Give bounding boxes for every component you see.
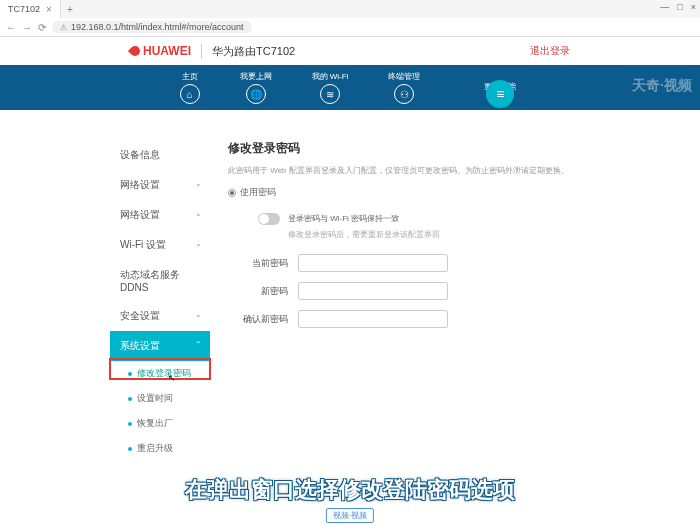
sidebar: 设备信息 网络设置⌄ 网络设置⌄ Wi-Fi 设置⌄ 动态域名服务 DDNS 安…: [110, 140, 210, 461]
model-name: 华为路由TC7102: [201, 44, 295, 59]
new-password-input[interactable]: [298, 282, 448, 300]
toggle-label: 登录密码与 Wi-Fi 密码保持一致: [288, 213, 399, 224]
logout-link[interactable]: 退出登录: [530, 44, 570, 58]
main-nav: 主页 ⌂ 我要上网 🌐 我的 Wi-Fi ≋ 终端管理 ⚇ 更多功能 ≡ 天奇·…: [0, 65, 700, 110]
watermark: 天奇·视频: [632, 77, 692, 95]
bullet-icon: [128, 422, 132, 426]
sidebar-item-ddns[interactable]: 动态域名服务 DDNS: [110, 260, 210, 301]
sidebar-item-network[interactable]: 网络设置⌄: [110, 170, 210, 200]
close-window-button[interactable]: ×: [691, 2, 696, 12]
globe-icon: 🌐: [246, 84, 266, 104]
bullet-icon: [128, 397, 132, 401]
nav-label: 主页: [182, 71, 198, 82]
browser-tab[interactable]: TC7102 ×: [0, 0, 61, 18]
reload-button[interactable]: ⟳: [38, 22, 46, 33]
nav-label: 终端管理: [388, 71, 420, 82]
sidebar-sub-restore[interactable]: 恢复出厂: [110, 411, 210, 436]
form-row-current: 当前密码: [228, 254, 590, 272]
bottom-widget: 视频·视频: [326, 508, 374, 523]
bullet-icon: [128, 447, 132, 451]
video-subtitle: 在弹出窗口选择修改登陆密码选项: [185, 475, 515, 505]
back-button[interactable]: ←: [6, 22, 16, 33]
hamburger-icon[interactable]: ≡: [486, 80, 514, 108]
nav-more[interactable]: 更多功能 ≡: [480, 81, 520, 94]
toggle-row: 登录密码与 Wi-Fi 密码保持一致: [258, 213, 590, 225]
nav-internet[interactable]: 我要上网 🌐: [240, 71, 272, 104]
devices-icon: ⚇: [394, 84, 414, 104]
nav-wifi[interactable]: 我的 Wi-Fi ≋: [312, 71, 349, 104]
nav-devices[interactable]: 终端管理 ⚇: [388, 71, 420, 104]
tab-bar: TC7102 × + — □ ×: [0, 0, 700, 18]
toggle-switch[interactable]: [258, 213, 280, 225]
minimize-button[interactable]: —: [660, 2, 669, 12]
radio-option[interactable]: 使用密码: [228, 186, 590, 199]
nav-home[interactable]: 主页 ⌂: [180, 71, 200, 104]
form-row-confirm: 确认新密码: [228, 310, 590, 328]
panel-description: 此密码用于 Web 配置界面登录及入门配置，仅管理员可更改密码。为防止密码外泄请…: [228, 165, 590, 176]
sidebar-item-system[interactable]: 系统设置⌃: [110, 331, 210, 361]
new-password-label: 新密码: [228, 285, 298, 298]
sidebar-item-security[interactable]: 安全设置⌄: [110, 301, 210, 331]
bullet-icon: [128, 372, 132, 376]
confirm-password-input[interactable]: [298, 310, 448, 328]
confirm-password-label: 确认新密码: [228, 313, 298, 326]
nav-label: 我的 Wi-Fi: [312, 71, 349, 82]
wifi-icon: ≋: [320, 84, 340, 104]
cursor-icon: ↖: [168, 373, 176, 383]
chevron-up-icon: ⌃: [195, 340, 202, 349]
brand-text: HUAWEI: [143, 44, 191, 58]
close-icon[interactable]: ×: [46, 4, 52, 15]
maximize-button[interactable]: □: [677, 2, 682, 12]
sidebar-sub-reboot[interactable]: 重启升级: [110, 436, 210, 461]
huawei-petal-icon: [128, 44, 142, 58]
current-password-input[interactable]: [298, 254, 448, 272]
new-tab-button[interactable]: +: [61, 4, 79, 15]
chevron-down-icon: ⌄: [195, 179, 202, 188]
window-controls: — □ ×: [660, 2, 696, 12]
chevron-down-icon: ⌄: [195, 310, 202, 319]
sidebar-sub-time[interactable]: 设置时间: [110, 386, 210, 411]
forward-button[interactable]: →: [22, 22, 32, 33]
chevron-down-icon: ⌄: [195, 239, 202, 248]
toggle-hint: 修改登录密码后，需要重新登录该配置界面: [288, 229, 590, 240]
url-text: 192.168.0.1/html/index.html#/more/accoun…: [71, 22, 244, 32]
sidebar-item-device-info[interactable]: 设备信息: [110, 140, 210, 170]
tab-title: TC7102: [8, 4, 40, 14]
sidebar-sub-change-password[interactable]: 修改登录密码 ↖: [110, 361, 210, 386]
page-header: HUAWEI 华为路由TC7102 退出登录: [0, 37, 700, 65]
main-panel: 修改登录密码 此密码用于 Web 配置界面登录及入门配置，仅管理员可更改密码。为…: [210, 140, 590, 461]
radio-label: 使用密码: [240, 186, 276, 199]
lock-icon: ⚠: [60, 23, 67, 32]
form-row-new: 新密码: [228, 282, 590, 300]
home-icon: ⌂: [180, 84, 200, 104]
address-bar: ← → ⟳ ⚠ 192.168.0.1/html/index.html#/mor…: [0, 18, 700, 36]
content: 设备信息 网络设置⌄ 网络设置⌄ Wi-Fi 设置⌄ 动态域名服务 DDNS 安…: [0, 110, 700, 461]
chevron-down-icon: ⌄: [195, 209, 202, 218]
panel-title: 修改登录密码: [228, 140, 590, 157]
brand-logo: HUAWEI: [130, 44, 191, 58]
current-password-label: 当前密码: [228, 257, 298, 270]
browser-chrome: TC7102 × + — □ × ← → ⟳ ⚠ 192.168.0.1/htm…: [0, 0, 700, 37]
sidebar-item-network2[interactable]: 网络设置⌄: [110, 200, 210, 230]
radio-icon: [228, 189, 236, 197]
nav-label: 我要上网: [240, 71, 272, 82]
sidebar-item-wifi[interactable]: Wi-Fi 设置⌄: [110, 230, 210, 260]
url-input[interactable]: ⚠ 192.168.0.1/html/index.html#/more/acco…: [52, 21, 252, 33]
